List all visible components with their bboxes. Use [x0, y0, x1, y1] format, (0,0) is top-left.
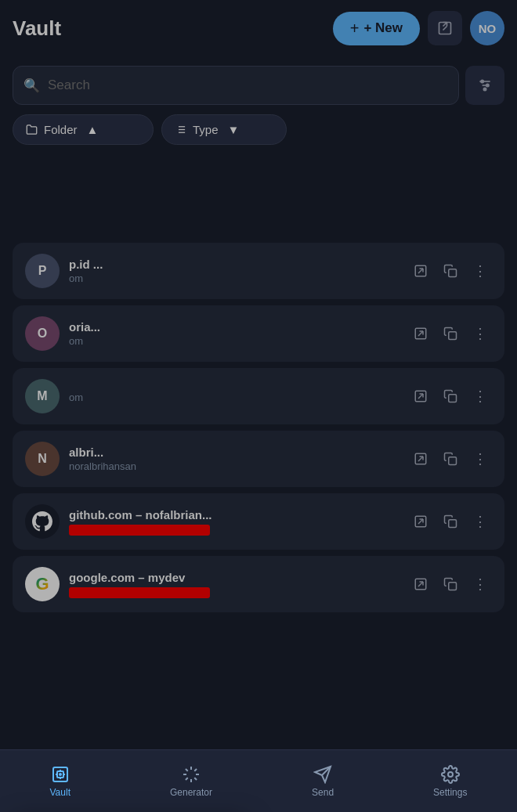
settings-nav-icon	[441, 765, 460, 784]
nav-settings-label: Settings	[433, 787, 467, 798]
nav-send[interactable]: Send	[296, 759, 349, 804]
nav-vault-label: Vault	[50, 787, 70, 798]
overlay[interactable]	[0, 0, 517, 749]
generator-nav-icon	[182, 765, 201, 784]
send-nav-icon	[313, 765, 332, 784]
nav-generator-label: Generator	[170, 787, 212, 798]
svg-point-30	[448, 772, 453, 777]
nav-settings[interactable]: Settings	[418, 759, 483, 804]
vault-nav-icon	[51, 765, 70, 784]
nav-generator[interactable]: Generator	[154, 759, 228, 804]
bottom-nav: Vault Generator Send Settings	[0, 749, 517, 812]
nav-vault[interactable]: Vault	[34, 759, 86, 804]
nav-send-label: Send	[312, 787, 334, 798]
svg-point-27	[60, 774, 61, 775]
